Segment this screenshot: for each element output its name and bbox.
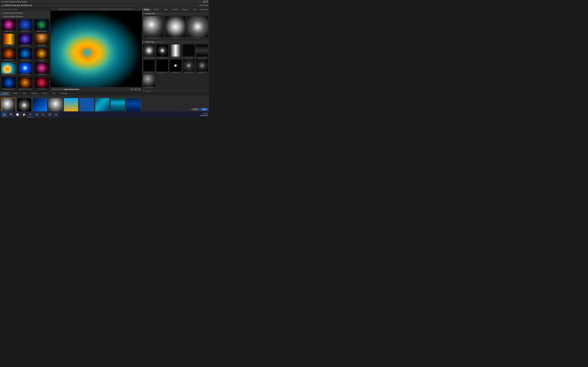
taskbar-browser[interactable]: 🌐 xyxy=(34,112,40,117)
right-thumb-name: Explode xyxy=(195,37,200,39)
cancel-button[interactable]: Cancel xyxy=(191,108,199,110)
taskbar-file-explorer[interactable]: 📁 xyxy=(21,112,27,117)
right-thumb-item[interactable]: Point Emitter xyxy=(169,59,182,74)
right-tab-emitter[interactable]: Emitter xyxy=(142,8,152,11)
effect-thumb xyxy=(34,34,49,45)
right-thumb-item[interactable]: Large XYZ Box xyxy=(143,59,156,74)
effect-item-light-streaks-blue[interactable]: Light Streaks Blue xyxy=(1,77,17,91)
taskbar-media[interactable]: 🎬 xyxy=(47,112,53,117)
taskbar-mail[interactable]: ✉ xyxy=(40,112,46,117)
effect-item-glowfield[interactable]: Glowfield xyxy=(34,48,50,62)
preview-image[interactable] xyxy=(51,11,142,87)
effect-thumb xyxy=(34,48,49,59)
section-header: ▼ Motion (10 items) xyxy=(143,90,208,92)
effect-label-text: Particular Effect: xyxy=(52,89,63,90)
info-button[interactable]: ? xyxy=(138,88,141,91)
right-thumb-item[interactable]: Default Particles/Sec xyxy=(143,16,164,39)
right-tab-particle[interactable]: Particle xyxy=(152,8,161,11)
fullscreen-button[interactable]: ⊡ xyxy=(134,88,137,91)
right-tab-rendering[interactable]: Rendering xyxy=(199,8,209,11)
bottom-tab-aux[interactable]: Aux xyxy=(50,92,58,95)
bottom-tab-shading[interactable]: Shading xyxy=(29,92,40,95)
effect-name: Energy Stream xyxy=(4,45,13,47)
titlebar: Trapcode Particular Effects Builder ❐ ✕ xyxy=(0,0,209,3)
right-thumb-item[interactable]: Sphere Emitter xyxy=(143,74,156,89)
restore-button[interactable]: ❐ xyxy=(203,1,205,3)
category-light-magic[interactable]: ▼ Light and Magic (30 items) xyxy=(0,15,50,18)
right-thumb-name: Sphere Emitter xyxy=(145,87,153,89)
taskbar-task-view[interactable]: ⬜ xyxy=(14,112,20,117)
bottom-tab-physics[interactable]: Physics xyxy=(40,92,50,95)
preview-area: Click in the Preview Area to restart the… xyxy=(51,8,142,92)
preview-canvas[interactable] xyxy=(51,11,142,87)
effect-item-ethereal-plane[interactable]: Ethereal Plane xyxy=(17,33,33,47)
effect-name: Floating Streaks xyxy=(20,59,30,61)
taskbar-after-effects[interactable]: Ae xyxy=(27,112,33,117)
category-name-smoke: Smoke and Fire (33 items) xyxy=(3,12,23,14)
bottom-tab-particle[interactable]: Particle xyxy=(10,92,20,95)
header-logo: PARTICULAR EFFECTS xyxy=(1,4,32,7)
right-thumb xyxy=(183,44,195,57)
effect-item-light-streaks-orange[interactable]: Light Streaks Orange xyxy=(17,77,33,91)
right-thumb-item[interactable]: Large XY Plane xyxy=(196,44,208,59)
right-thumb-item[interactable]: Small XYZ Box xyxy=(182,59,195,74)
right-thumb-name: Deep XYZ Box xyxy=(158,57,166,58)
category-smoke-fire[interactable]: ▶ Smoke and Fire (33 items) xyxy=(0,11,50,15)
right-thumb-item[interactable]: Horizontal Axis xyxy=(169,44,182,59)
left-panel: Select an effect to begin. ▶ Smoke and F… xyxy=(0,8,51,92)
left-panel-hint: Select an effect to begin. xyxy=(0,8,50,11)
section-motion: ▼ Motion (10 items) xyxy=(143,90,208,92)
thumb-grid: Default Emitter Type Deep XYZ Box Horizo… xyxy=(143,44,208,89)
section-header: ▼ Particles/Sec (3 items) xyxy=(143,12,208,15)
effect-item-energy-stream[interactable]: Energy Stream xyxy=(1,33,17,47)
effect-item-love-hearts[interactable]: Love Hearts xyxy=(34,77,50,91)
effect-thumb xyxy=(34,63,49,74)
effect-item-light-blobs[interactable]: Light Blobs xyxy=(34,62,50,76)
right-tab-style[interactable]: Style xyxy=(161,8,171,11)
right-tab-shading[interactable]: Shading xyxy=(171,8,180,11)
bottom-tab-emitter[interactable]: Emitter xyxy=(0,92,10,95)
right-thumb xyxy=(169,44,182,57)
restart-button[interactable]: ↺ xyxy=(130,88,133,91)
effect-item-floating-streaks[interactable]: Floating Streaks xyxy=(17,48,33,62)
section-emitter-type: ▼ Emitter Type (11 items) Default Emitte… xyxy=(143,41,208,89)
right-thumb-item[interactable]: Default Emitter Type xyxy=(143,44,156,59)
effect-name: Basic Magic xyxy=(5,31,13,32)
effect-item-flickering-lights[interactable]: Flickering lights xyxy=(1,48,17,62)
preview-footer: Particular Effect: Golden Outward Flow ↺… xyxy=(51,87,142,92)
action-bar: Cancel Apply xyxy=(179,107,209,111)
effect-item-golden-outward-flow[interactable]: Golden Outward Flow xyxy=(1,62,17,76)
effect-thumb xyxy=(18,19,33,30)
taskbar-search[interactable]: 🔍 xyxy=(8,112,14,117)
right-thumb-item[interactable]: Continuous xyxy=(164,16,186,39)
titlebar-title: Trapcode Particular Effects Builder xyxy=(1,1,27,3)
right-content: ▼ Particles/Sec (3 items) Default Partic… xyxy=(142,12,209,92)
effect-thumb xyxy=(1,77,16,88)
right-tab-aux[interactable]: Aux xyxy=(190,8,200,11)
right-thumb-item[interactable]: Explode xyxy=(187,16,208,39)
right-thumb-item[interactable]: Large XY Grid xyxy=(182,44,195,59)
effect-item-inverse-energy[interactable]: Inverse Energy xyxy=(17,62,33,76)
category-arrow-light: ▼ xyxy=(1,16,2,17)
svg-point-22 xyxy=(82,48,92,58)
right-tab-physics[interactable]: Physics xyxy=(180,8,190,11)
blocks-label[interactable]: BLOCKS ▶ xyxy=(199,4,208,6)
bottom-tab-style[interactable]: Style xyxy=(20,92,29,95)
start-button[interactable]: ⊞ xyxy=(1,111,7,117)
right-thumb xyxy=(169,59,182,72)
right-thumb-item[interactable]: Deep XYZ Box xyxy=(156,44,169,59)
apply-button[interactable]: Apply xyxy=(200,108,208,110)
help-button[interactable]: ? xyxy=(1,108,3,111)
effect-item-electron-dance[interactable]: Electron Dance xyxy=(34,19,50,33)
effect-item-basic-magic[interactable]: Basic Magic xyxy=(1,19,17,33)
effect-item-electric-orb[interactable]: Electric Orb xyxy=(17,19,33,33)
right-thumb xyxy=(156,59,169,72)
bottom-tab-rendering[interactable]: Rendering xyxy=(58,92,70,95)
effect-name: Golden Outward Flow xyxy=(2,74,15,75)
taskbar-settings[interactable]: ⚙ xyxy=(53,112,59,117)
right-thumb-item[interactable]: Small XYZ Box xyxy=(196,59,208,74)
effect-item-falling-lights[interactable]: Falling lights xyxy=(34,33,50,47)
right-thumb-item[interactable]: Large XZ Plane xyxy=(156,59,169,74)
close-button[interactable]: ✕ xyxy=(206,1,208,3)
clock-time: 22:37 xyxy=(200,112,208,115)
